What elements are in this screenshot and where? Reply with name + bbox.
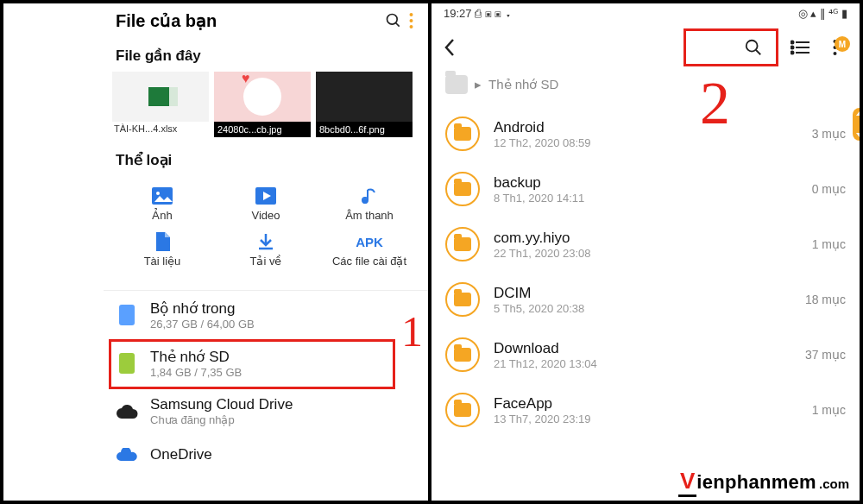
- status-bar: 19:27 ⎙ ▣ ▣ ▾ ◎ ▴ ‖ ⁴ᴳ ▮: [432, 3, 860, 22]
- category-audio[interactable]: Âm thanh: [322, 183, 417, 222]
- svg-point-9: [746, 41, 758, 52]
- internal-storage-icon: [116, 304, 138, 326]
- folder-icon: [445, 117, 480, 151]
- category-images[interactable]: Ảnh: [115, 183, 210, 222]
- recent-files-row: TÀI-KH...4.xlsx 24080c...cb.jpg 8bcbd0..…: [104, 72, 428, 146]
- category-label: Video: [218, 209, 313, 222]
- folder-row[interactable]: Download 21 Th12, 2020 13:04 37 mục: [445, 327, 846, 382]
- folder-row[interactable]: FaceApp 13 Th7, 2020 23:19 1 mục: [445, 382, 846, 427]
- search-icon: [744, 38, 763, 57]
- folder-row[interactable]: backup 8 Th1, 2020 14:11 0 mục: [445, 161, 846, 217]
- storage-sd-card[interactable]: 1 Thẻ nhớ SD 1,84 GB / 7,35 GB: [104, 339, 428, 387]
- header: M: [432, 22, 860, 75]
- storage-title: Bộ nhớ trong: [150, 299, 416, 318]
- folder-name: DCIM: [494, 285, 791, 302]
- breadcrumb-label: Thẻ nhớ SD: [488, 77, 558, 92]
- category-download[interactable]: Tải về: [218, 229, 313, 268]
- page-title: File của bạn: [116, 10, 381, 31]
- file-name: 8bcbd0...6f.png: [316, 122, 413, 137]
- excel-icon: [148, 87, 173, 106]
- folder-date: 8 Th1, 2020 14:11: [494, 192, 798, 205]
- recent-file[interactable]: 24080c...cb.jpg: [214, 72, 311, 137]
- svg-point-15: [791, 47, 794, 49]
- folder-date: 12 Th2, 2020 08:59: [494, 136, 798, 149]
- folder-item-count: 37 mục: [805, 348, 846, 362]
- sd-card-contents-screen: 19:27 ⎙ ▣ ▣ ▾ ◎ ▴ ‖ ⁴ᴳ ▮ M ▸ Thẻ nhớ: [432, 3, 860, 501]
- breadcrumb[interactable]: ▸ Thẻ nhớ SD: [432, 75, 860, 106]
- notification-badge: M: [835, 36, 850, 52]
- svg-point-6: [156, 192, 160, 195]
- watermark: Vienphanmem.com: [678, 468, 849, 497]
- storage-internal[interactable]: Bộ nhớ trong 26,37 GB / 64,00 GB: [104, 291, 428, 339]
- scroll-thumb[interactable]: [853, 108, 863, 141]
- svg-point-3: [409, 19, 413, 22]
- document-icon: [115, 229, 210, 255]
- folder-name: Android: [494, 119, 798, 136]
- category-label: Tải về: [218, 255, 313, 268]
- onedrive-icon: [116, 444, 138, 466]
- svg-point-19: [833, 52, 836, 55]
- storage-title: OneDrive: [150, 446, 416, 463]
- storage-onedrive[interactable]: OneDrive: [104, 435, 428, 466]
- search-button[interactable]: [683, 28, 778, 66]
- folder-icon: [445, 75, 468, 94]
- folder-name: backup: [494, 174, 798, 192]
- folder-date: 21 Th12, 2020 13:04: [494, 357, 791, 370]
- audio-icon: [322, 183, 417, 209]
- category-document[interactable]: Tài liệu: [115, 229, 210, 268]
- folder-icon: [445, 227, 480, 261]
- folder-list[interactable]: Android 12 Th2, 2020 08:59 3 mục backup …: [432, 106, 860, 427]
- recent-files-heading: File gần đây: [104, 41, 428, 72]
- storage-status: Chưa đăng nhập: [150, 413, 416, 426]
- more-button[interactable]: M: [822, 39, 847, 56]
- svg-point-0: [387, 15, 398, 25]
- your-files-screen: File của bạn File gần đây TÀI-KH...4.xls…: [104, 3, 432, 501]
- recent-file[interactable]: TÀI-KH...4.xlsx: [112, 72, 209, 137]
- folder-date: 22 Th1, 2020 23:08: [494, 247, 798, 260]
- folder-name: FaceApp: [494, 395, 798, 413]
- sd-card-icon: [116, 352, 138, 375]
- file-name: TÀI-KH...4.xlsx: [112, 122, 209, 135]
- sticker-icon: [243, 78, 281, 116]
- annotation-number-1: 1: [401, 306, 423, 356]
- folder-date: 13 Th7, 2020 23:19: [494, 413, 798, 425]
- apk-icon: APK: [322, 229, 417, 255]
- folder-item-count: 18 mục: [805, 293, 846, 306]
- video-icon: [218, 183, 313, 209]
- folder-date: 5 Th5, 2020 20:38: [494, 302, 791, 315]
- svg-point-8: [362, 198, 368, 204]
- svg-point-2: [409, 13, 413, 16]
- category-video[interactable]: Video: [218, 183, 313, 222]
- category-label: Ảnh: [115, 209, 210, 222]
- status-left-icons: ⎙ ▣ ▣ ▾: [475, 7, 512, 20]
- highlight-box: [683, 28, 778, 66]
- storage-samsung-cloud[interactable]: Samsung Cloud Drive Chưa đăng nhập: [104, 387, 428, 435]
- folder-icon: [445, 393, 480, 427]
- category-label: Âm thanh: [322, 209, 417, 222]
- download-icon: [218, 229, 313, 255]
- svg-line-1: [396, 23, 400, 27]
- storage-usage: 1,84 GB / 7,35 GB: [150, 366, 416, 379]
- view-options-button[interactable]: [787, 40, 813, 55]
- categories-heading: Thể loại: [104, 146, 428, 176]
- recent-file[interactable]: 8bcbd0...6f.png: [316, 72, 413, 137]
- folder-item-count: 1 mục: [812, 403, 846, 417]
- folder-icon: [445, 282, 480, 317]
- folder-row[interactable]: DCIM 5 Th5, 2020 20:38 18 mục: [445, 272, 846, 327]
- back-button[interactable]: [444, 37, 456, 58]
- search-icon[interactable]: [381, 9, 406, 33]
- status-right-icons: ◎ ▴ ‖ ⁴ᴳ ▮: [798, 7, 847, 20]
- folder-row[interactable]: com.yy.hiyo 22 Th1, 2020 23:08 1 mục: [445, 217, 846, 272]
- image-icon: [115, 183, 210, 209]
- folder-item-count: 3 mục: [812, 127, 846, 141]
- folder-icon: [445, 172, 480, 206]
- storage-list: Bộ nhớ trong 26,37 GB / 64,00 GB 1 Thẻ n…: [104, 290, 428, 466]
- category-apk[interactable]: APK Các file cài đặt: [322, 229, 417, 268]
- folder-name: com.yy.hiyo: [494, 230, 798, 247]
- storage-title: Samsung Cloud Drive: [150, 396, 416, 413]
- chevron-right-icon: ▸: [475, 77, 482, 92]
- folder-icon: [445, 337, 480, 372]
- folder-item-count: 0 mục: [812, 182, 846, 196]
- more-icon[interactable]: [406, 9, 416, 33]
- folder-row[interactable]: Android 12 Th2, 2020 08:59 3 mục: [445, 106, 846, 161]
